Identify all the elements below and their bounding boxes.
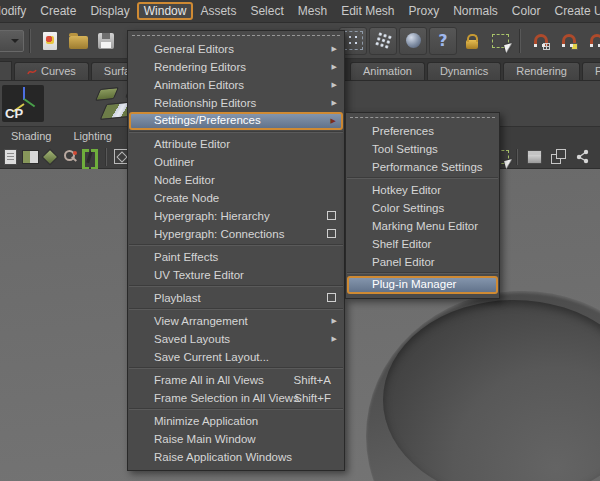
menu-item-hypergraph-hierarchy[interactable]: Hypergraph: Hierarchy: [128, 207, 344, 225]
menu-item-raise-main-window[interactable]: Raise Main Window: [128, 430, 344, 448]
menu-item-label: Outliner: [154, 156, 194, 168]
shelf-tab-curves[interactable]: Curves: [14, 62, 89, 80]
toolbar-separator: [29, 29, 31, 53]
submenu-arrow-icon: ▶: [332, 58, 337, 76]
save-scene-button[interactable]: [93, 28, 119, 54]
snap-to-grid-button[interactable]: [527, 28, 553, 54]
lock-button[interactable]: [459, 28, 485, 54]
tearoff-dashes[interactable]: [132, 35, 340, 37]
menu-item-frame-all-in-all-views[interactable]: Frame All in All ViewsShift+A: [128, 371, 344, 389]
menu-item-paint-effects[interactable]: Paint Effects: [128, 248, 344, 266]
bowl-opening: [383, 300, 600, 481]
menubar-item-create-uvs[interactable]: Create UVs: [548, 2, 600, 20]
menu-item-relationship-editors[interactable]: Relationship Editors▶: [128, 94, 344, 112]
bookmarks-button[interactable]: [20, 147, 40, 166]
menu-separator: [347, 272, 498, 274]
menu-item-label: Settings/Preferences: [154, 114, 261, 126]
snap-to-curve-magnet-icon: [561, 33, 576, 48]
image-plane-button[interactable]: [40, 147, 60, 166]
menu-item-rendering-editors[interactable]: Rendering Editors▶: [128, 58, 344, 76]
cp-label: CP: [5, 106, 23, 121]
render-sphere-button[interactable]: [399, 27, 427, 55]
bowl-object[interactable]: [366, 291, 600, 481]
shelf-tab-rendering[interactable]: Rendering: [503, 62, 580, 80]
option-box-icon[interactable]: [327, 293, 336, 302]
shaded-display-button[interactable]: [524, 147, 544, 166]
menu-item-tool-settings[interactable]: Tool Settings: [346, 140, 499, 158]
overlapping-squares-icon: [551, 149, 566, 164]
snap-points-cluster-button[interactable]: [369, 27, 397, 55]
option-box-icon[interactable]: [327, 211, 336, 220]
points-cluster-icon: [374, 31, 393, 50]
snap-to-curve-button[interactable]: [555, 28, 581, 54]
menubar-item-select[interactable]: Select: [243, 2, 290, 20]
menu-item-uv-texture-editor[interactable]: UV Texture Editor: [128, 266, 344, 284]
menu-item-preferences[interactable]: Preferences: [346, 122, 499, 140]
menu-item-view-arrangement[interactable]: View Arrangement▶: [128, 312, 344, 330]
panel-menu-lighting[interactable]: Lighting: [62, 130, 123, 142]
selection-marquee-icon: [492, 34, 509, 48]
menubar-item-modify[interactable]: Modify: [0, 2, 33, 20]
menu-item-marking-menu-editor[interactable]: Marking Menu Editor: [346, 217, 499, 235]
menu-item-outliner[interactable]: Outliner: [128, 153, 344, 171]
menu-item-create-node[interactable]: Create Node: [128, 189, 344, 207]
menubar-item-mesh[interactable]: Mesh: [291, 2, 334, 20]
help-button[interactable]: ?: [429, 27, 457, 55]
menu-item-save-current-layout[interactable]: Save Current Layout...: [128, 348, 344, 366]
cp-plane-shelf-button[interactable]: CP: [2, 85, 44, 122]
panel-menu-shading[interactable]: Shading: [0, 130, 62, 142]
menu-item-raise-application-windows[interactable]: Raise Application Windows: [128, 448, 344, 466]
menu-item-shortcut: Shift+A: [294, 371, 331, 389]
tearoff-dashes[interactable]: [350, 117, 495, 119]
menubar-item-display[interactable]: Display: [83, 2, 136, 20]
shelf-tab-painteffects[interactable]: PaintEffects: [582, 62, 600, 80]
key-magnifier-icon: [62, 149, 78, 165]
shelf-tab-label: Curves: [41, 63, 76, 80]
view-selected-button[interactable]: [60, 147, 80, 166]
open-scene-button[interactable]: [65, 28, 91, 54]
menu-item-label: Hypergraph: Hierarchy: [154, 210, 270, 222]
shelf-tab-animation[interactable]: Animation: [350, 62, 425, 80]
menu-item-label: Preferences: [372, 125, 434, 137]
menubar-item-create[interactable]: Create: [33, 2, 83, 20]
duplicate-view-button[interactable]: [548, 147, 568, 166]
menu-item-playblast[interactable]: Playblast: [128, 289, 344, 307]
menu-item-hypergraph-connections[interactable]: Hypergraph: Connections: [128, 225, 344, 243]
tab-partial[interactable]: [0, 61, 12, 80]
selection-marquee-button[interactable]: [487, 28, 513, 54]
menu-item-panel-editor[interactable]: Panel Editor: [346, 253, 499, 271]
book-icon: [22, 150, 39, 164]
menubar-item-window[interactable]: Window: [137, 2, 194, 20]
menu-item-settings-preferences[interactable]: Settings/Preferences▶: [129, 112, 343, 130]
menu-item-color-settings[interactable]: Color Settings: [346, 199, 499, 217]
menu-item-saved-layouts[interactable]: Saved Layouts▶: [128, 330, 344, 348]
menu-item-performance-settings[interactable]: Performance Settings: [346, 158, 499, 176]
menu-item-shelf-editor[interactable]: Shelf Editor: [346, 235, 499, 253]
menubar-item-color[interactable]: Color: [505, 2, 548, 20]
menubar-item-proxy[interactable]: Proxy: [402, 2, 447, 20]
option-box-icon[interactable]: [327, 229, 336, 238]
menubar-item-edit-mesh[interactable]: Edit Mesh: [334, 2, 401, 20]
menubar: ModifyCreateDisplayWindowAssetsSelectMes…: [0, 0, 600, 23]
share-view-button[interactable]: [572, 147, 592, 166]
isolate-select-button[interactable]: [80, 147, 100, 166]
menu-item-general-editors[interactable]: General Editors▶: [128, 40, 344, 58]
snap-to-point-button[interactable]: [583, 28, 600, 54]
menu-item-minimize-application[interactable]: Minimize Application: [128, 412, 344, 430]
save-floppy-icon: [98, 33, 114, 49]
surface-patch-icon[interactable]: [95, 87, 119, 101]
shelf-tab-dynamics[interactable]: Dynamics: [427, 62, 501, 80]
menu-item-frame-selection-in-all-views[interactable]: Frame Selection in All ViewsShift+F: [128, 389, 344, 407]
menubar-item-normals[interactable]: Normals: [446, 2, 505, 20]
menu-set-selector-dropdown[interactable]: [0, 30, 24, 52]
menu-item-animation-editors[interactable]: Animation Editors▶: [128, 76, 344, 94]
camera-attributes-button[interactable]: [0, 147, 20, 166]
new-scene-button[interactable]: [37, 28, 63, 54]
menubar-item-assets[interactable]: Assets: [193, 2, 243, 20]
menu-item-attribute-editor[interactable]: Attribute Editor: [128, 135, 344, 153]
menu-item-plug-in-manager[interactable]: Plug-in Manager: [347, 276, 498, 294]
menu-item-node-editor[interactable]: Node Editor: [128, 171, 344, 189]
menu-item-hotkey-editor[interactable]: Hotkey Editor: [346, 181, 499, 199]
submenu-arrow-icon: ▶: [332, 330, 337, 348]
toolbar-separator: [519, 29, 521, 53]
